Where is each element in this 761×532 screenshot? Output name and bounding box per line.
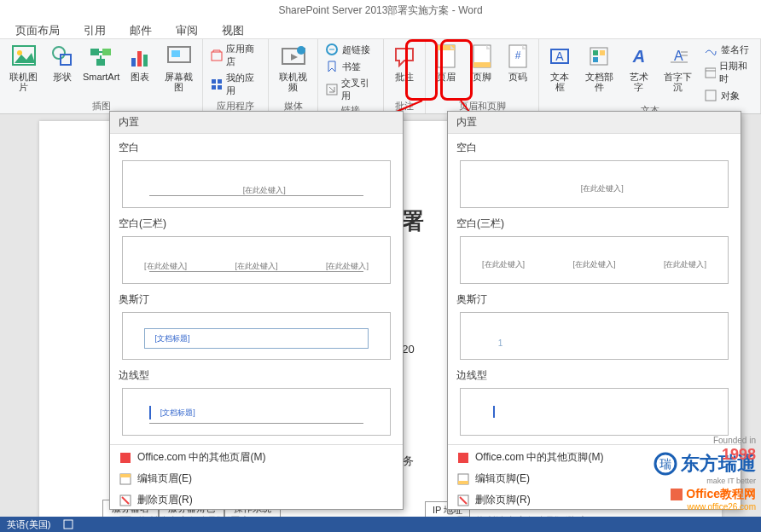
status-language[interactable]: 英语(美国) — [7, 518, 50, 531]
quickparts-icon — [585, 43, 613, 70]
group-media: 联机视频 媒体 — [269, 39, 318, 113]
cross-ref-button[interactable]: 交叉引用 — [322, 75, 380, 104]
svg-rect-3 — [61, 55, 71, 65]
page-number-button[interactable]: # 页码 — [501, 41, 535, 84]
link-icon — [325, 43, 339, 56]
picture-icon — [10, 43, 38, 70]
svg-rect-57 — [671, 489, 683, 500]
gallery-item[interactable]: 奥斯汀 [文档标题] — [117, 289, 396, 360]
gallery-item[interactable]: 奥斯汀 1 — [455, 289, 734, 360]
online-video-button[interactable]: 联机视频 — [272, 41, 314, 94]
office-more-headers[interactable]: Office.com 中的其他页眉(M) — [110, 447, 403, 468]
svg-rect-7 — [131, 58, 136, 66]
svg-point-1 — [17, 50, 22, 55]
tab-review[interactable]: 审阅 — [164, 20, 210, 38]
svg-point-18 — [297, 46, 305, 55]
header-button[interactable]: 页眉 — [429, 41, 463, 84]
store-icon — [210, 49, 223, 62]
svg-rect-31 — [600, 50, 605, 55]
svg-rect-45 — [120, 474, 131, 477]
gallery-section-header: 内置 — [110, 112, 403, 134]
svg-rect-58 — [64, 520, 73, 529]
footer-gallery: 内置 空白 [在此处键入] 空白(三栏) [在此处键入] [在此处键入] [在此… — [447, 111, 741, 510]
svg-rect-49 — [458, 453, 468, 463]
bookmark-button[interactable]: 书签 — [322, 58, 380, 75]
svg-rect-30 — [593, 50, 598, 55]
screenshot-icon — [166, 43, 193, 70]
edit-header[interactable]: 编辑页眉(E) — [110, 468, 403, 489]
svg-text:瑞: 瑞 — [659, 457, 671, 471]
gallery-item[interactable]: 空白 [在此处键入] — [455, 137, 734, 208]
object-button[interactable]: 对象 — [700, 87, 757, 104]
smartart-icon — [88, 43, 115, 70]
group-apps: 应用商店 我的应用 应用程序 — [203, 39, 269, 113]
tab-view[interactable]: 视图 — [210, 20, 256, 38]
tab-page-layout[interactable]: 页面布局 — [3, 20, 72, 38]
online-pictures-button[interactable]: 联机图片 — [3, 41, 44, 94]
svg-rect-12 — [212, 52, 222, 61]
edit-icon — [119, 472, 132, 486]
footer-button[interactable]: 页脚 — [465, 41, 499, 84]
shapes-button[interactable]: 形状 — [45, 41, 79, 84]
signature-button[interactable]: 签名行 — [700, 41, 757, 58]
svg-rect-16 — [218, 85, 222, 90]
gallery-item[interactable]: 边线型 [文档标题] — [117, 365, 396, 436]
gallery-item[interactable]: 空白(三栏) [在此处键入] [在此处键入] [在此处键入] — [117, 213, 396, 284]
smartart-button[interactable]: SmartArt — [81, 41, 121, 84]
quick-parts-button[interactable]: 文档部件 — [578, 41, 619, 94]
svg-line-47 — [122, 497, 129, 504]
header-gallery: 内置 空白 [在此处键入] 空白(三栏) [在此处键入] [在此处键入] [在此… — [109, 111, 404, 510]
dropcap-icon: A — [665, 43, 692, 70]
book-icon[interactable] — [62, 518, 74, 530]
svg-rect-11 — [171, 50, 180, 57]
wordart-button[interactable]: A 艺术字 — [622, 41, 656, 94]
wordart-icon: A — [625, 43, 653, 70]
gallery-item[interactable]: 空白(三栏) [在此处键入] [在此处键入] [在此处键入] — [455, 213, 734, 284]
chart-button[interactable]: 图表 — [123, 41, 157, 84]
edit-icon — [456, 472, 470, 486]
comment-button[interactable]: 批注 — [387, 41, 421, 84]
svg-rect-32 — [593, 57, 598, 62]
group-header-footer: 页眉 页脚 # 页码 页眉和页脚 — [426, 39, 539, 113]
watermark: 瑞 东方瑞通 make IT better Founded in 1998 Of… — [654, 451, 756, 512]
app-store-button[interactable]: 应用商店 — [206, 41, 264, 70]
office-icon — [119, 451, 132, 465]
group-illustrations: 联机图片 形状 SmartArt 图表 屏幕截图 插图 — [0, 39, 203, 113]
signature-icon — [704, 43, 717, 56]
object-icon — [704, 89, 717, 102]
comment-icon — [391, 43, 418, 70]
my-apps-button[interactable]: 我的应用 — [206, 70, 264, 99]
svg-rect-13 — [212, 79, 216, 84]
bookmark-icon — [325, 60, 339, 73]
svg-rect-8 — [137, 51, 142, 66]
crossref-icon — [325, 83, 338, 96]
remove-icon — [456, 494, 470, 507]
shapes-icon — [49, 43, 76, 70]
text-box-button[interactable]: A 文本框 — [543, 41, 577, 94]
gallery-item[interactable]: 空白 [在此处键入] — [117, 137, 396, 208]
date-time-button[interactable]: 日期和时 — [700, 58, 757, 87]
date-icon — [704, 66, 716, 79]
svg-rect-38 — [706, 68, 716, 78]
drop-cap-button[interactable]: A 首字下沉 — [658, 41, 699, 94]
ribbon: 联机图片 形状 SmartArt 图表 屏幕截图 插图 应用商 — [0, 39, 761, 114]
hyperlink-button[interactable]: 超链接 — [322, 41, 380, 58]
svg-rect-6 — [96, 59, 105, 66]
tab-mailings[interactable]: 邮件 — [118, 20, 164, 38]
group-text: A 文本框 文档部件 A 艺术字 A 首字下沉 签名行 日期和时 对象 文本 — [539, 39, 761, 113]
svg-rect-14 — [218, 79, 222, 84]
svg-rect-43 — [120, 453, 131, 463]
remove-icon — [119, 494, 132, 507]
svg-rect-24 — [473, 62, 491, 67]
svg-rect-40 — [706, 90, 716, 101]
office-icon — [456, 451, 470, 465]
svg-text:A: A — [556, 49, 565, 63]
footer-icon — [468, 43, 496, 70]
office-logo-icon — [669, 487, 684, 502]
video-icon — [280, 43, 307, 70]
status-bar: 英语(美国) — [0, 517, 761, 532]
remove-header[interactable]: 删除页眉(R) — [110, 489, 403, 511]
gallery-item[interactable]: 边线型 — [455, 365, 734, 436]
screenshot-button[interactable]: 屏幕截图 — [159, 41, 199, 94]
tab-references[interactable]: 引用 — [72, 20, 118, 38]
